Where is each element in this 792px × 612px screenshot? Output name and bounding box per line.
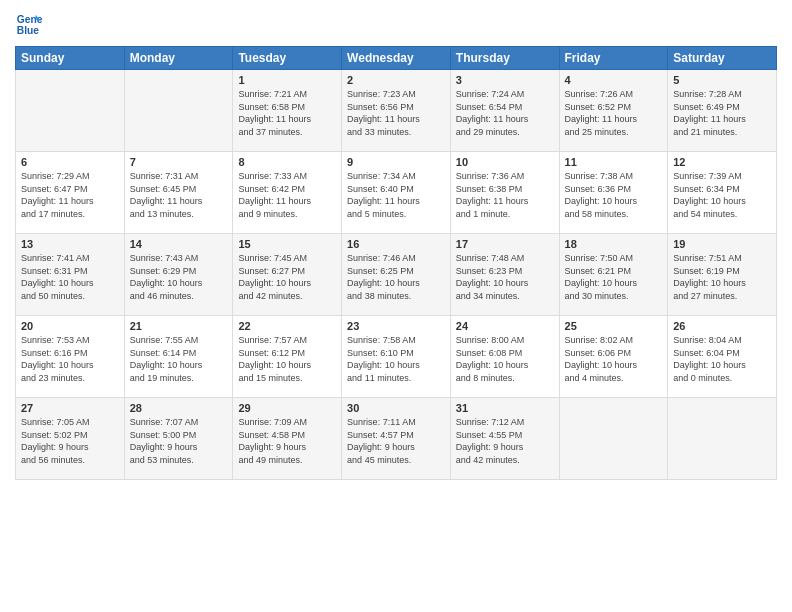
calendar-cell: 8Sunrise: 7:33 AM Sunset: 6:42 PM Daylig… xyxy=(233,152,342,234)
calendar-cell xyxy=(16,70,125,152)
calendar-cell: 28Sunrise: 7:07 AM Sunset: 5:00 PM Dayli… xyxy=(124,398,233,480)
day-info: Sunrise: 7:39 AM Sunset: 6:34 PM Dayligh… xyxy=(673,170,771,220)
day-number: 30 xyxy=(347,402,445,414)
day-info: Sunrise: 7:11 AM Sunset: 4:57 PM Dayligh… xyxy=(347,416,445,466)
day-info: Sunrise: 7:28 AM Sunset: 6:49 PM Dayligh… xyxy=(673,88,771,138)
calendar-cell: 25Sunrise: 8:02 AM Sunset: 6:06 PM Dayli… xyxy=(559,316,668,398)
day-info: Sunrise: 7:41 AM Sunset: 6:31 PM Dayligh… xyxy=(21,252,119,302)
day-info: Sunrise: 7:05 AM Sunset: 5:02 PM Dayligh… xyxy=(21,416,119,466)
day-number: 15 xyxy=(238,238,336,250)
week-row-4: 20Sunrise: 7:53 AM Sunset: 6:16 PM Dayli… xyxy=(16,316,777,398)
day-number: 19 xyxy=(673,238,771,250)
calendar-cell: 9Sunrise: 7:34 AM Sunset: 6:40 PM Daylig… xyxy=(342,152,451,234)
day-number: 2 xyxy=(347,74,445,86)
day-number: 12 xyxy=(673,156,771,168)
calendar-cell: 29Sunrise: 7:09 AM Sunset: 4:58 PM Dayli… xyxy=(233,398,342,480)
day-info: Sunrise: 7:09 AM Sunset: 4:58 PM Dayligh… xyxy=(238,416,336,466)
day-info: Sunrise: 7:21 AM Sunset: 6:58 PM Dayligh… xyxy=(238,88,336,138)
day-number: 23 xyxy=(347,320,445,332)
day-number: 6 xyxy=(21,156,119,168)
day-number: 16 xyxy=(347,238,445,250)
day-info: Sunrise: 7:12 AM Sunset: 4:55 PM Dayligh… xyxy=(456,416,554,466)
calendar-cell: 30Sunrise: 7:11 AM Sunset: 4:57 PM Dayli… xyxy=(342,398,451,480)
calendar-cell: 2Sunrise: 7:23 AM Sunset: 6:56 PM Daylig… xyxy=(342,70,451,152)
day-number: 7 xyxy=(130,156,228,168)
calendar-cell xyxy=(668,398,777,480)
calendar-cell: 5Sunrise: 7:28 AM Sunset: 6:49 PM Daylig… xyxy=(668,70,777,152)
day-number: 10 xyxy=(456,156,554,168)
weekday-header-saturday: Saturday xyxy=(668,47,777,70)
calendar-cell: 10Sunrise: 7:36 AM Sunset: 6:38 PM Dayli… xyxy=(450,152,559,234)
day-info: Sunrise: 7:55 AM Sunset: 6:14 PM Dayligh… xyxy=(130,334,228,384)
calendar-cell: 4Sunrise: 7:26 AM Sunset: 6:52 PM Daylig… xyxy=(559,70,668,152)
weekday-header-friday: Friday xyxy=(559,47,668,70)
calendar-cell: 16Sunrise: 7:46 AM Sunset: 6:25 PM Dayli… xyxy=(342,234,451,316)
day-info: Sunrise: 7:36 AM Sunset: 6:38 PM Dayligh… xyxy=(456,170,554,220)
calendar-cell: 6Sunrise: 7:29 AM Sunset: 6:47 PM Daylig… xyxy=(16,152,125,234)
day-number: 9 xyxy=(347,156,445,168)
weekday-header-tuesday: Tuesday xyxy=(233,47,342,70)
day-number: 21 xyxy=(130,320,228,332)
day-number: 11 xyxy=(565,156,663,168)
calendar-table: SundayMondayTuesdayWednesdayThursdayFrid… xyxy=(15,46,777,480)
day-number: 18 xyxy=(565,238,663,250)
calendar-cell: 22Sunrise: 7:57 AM Sunset: 6:12 PM Dayli… xyxy=(233,316,342,398)
logo-icon: General Blue xyxy=(15,10,43,38)
day-info: Sunrise: 7:48 AM Sunset: 6:23 PM Dayligh… xyxy=(456,252,554,302)
day-number: 13 xyxy=(21,238,119,250)
day-number: 5 xyxy=(673,74,771,86)
weekday-header-wednesday: Wednesday xyxy=(342,47,451,70)
calendar-cell: 27Sunrise: 7:05 AM Sunset: 5:02 PM Dayli… xyxy=(16,398,125,480)
calendar-header: General Blue xyxy=(15,10,777,38)
calendar-cell: 18Sunrise: 7:50 AM Sunset: 6:21 PM Dayli… xyxy=(559,234,668,316)
day-info: Sunrise: 7:31 AM Sunset: 6:45 PM Dayligh… xyxy=(130,170,228,220)
day-info: Sunrise: 7:23 AM Sunset: 6:56 PM Dayligh… xyxy=(347,88,445,138)
svg-text:Blue: Blue xyxy=(17,25,40,36)
day-info: Sunrise: 8:04 AM Sunset: 6:04 PM Dayligh… xyxy=(673,334,771,384)
week-row-3: 13Sunrise: 7:41 AM Sunset: 6:31 PM Dayli… xyxy=(16,234,777,316)
day-info: Sunrise: 7:53 AM Sunset: 6:16 PM Dayligh… xyxy=(21,334,119,384)
day-number: 27 xyxy=(21,402,119,414)
day-number: 22 xyxy=(238,320,336,332)
calendar-cell: 17Sunrise: 7:48 AM Sunset: 6:23 PM Dayli… xyxy=(450,234,559,316)
calendar-cell: 3Sunrise: 7:24 AM Sunset: 6:54 PM Daylig… xyxy=(450,70,559,152)
calendar-cell: 1Sunrise: 7:21 AM Sunset: 6:58 PM Daylig… xyxy=(233,70,342,152)
calendar-cell: 31Sunrise: 7:12 AM Sunset: 4:55 PM Dayli… xyxy=(450,398,559,480)
logo: General Blue xyxy=(15,10,43,38)
day-info: Sunrise: 7:51 AM Sunset: 6:19 PM Dayligh… xyxy=(673,252,771,302)
day-info: Sunrise: 7:43 AM Sunset: 6:29 PM Dayligh… xyxy=(130,252,228,302)
week-row-2: 6Sunrise: 7:29 AM Sunset: 6:47 PM Daylig… xyxy=(16,152,777,234)
week-row-1: 1Sunrise: 7:21 AM Sunset: 6:58 PM Daylig… xyxy=(16,70,777,152)
day-number: 26 xyxy=(673,320,771,332)
week-row-5: 27Sunrise: 7:05 AM Sunset: 5:02 PM Dayli… xyxy=(16,398,777,480)
day-info: Sunrise: 7:46 AM Sunset: 6:25 PM Dayligh… xyxy=(347,252,445,302)
calendar-cell: 23Sunrise: 7:58 AM Sunset: 6:10 PM Dayli… xyxy=(342,316,451,398)
calendar-cell xyxy=(124,70,233,152)
calendar-cell: 12Sunrise: 7:39 AM Sunset: 6:34 PM Dayli… xyxy=(668,152,777,234)
day-number: 4 xyxy=(565,74,663,86)
day-info: Sunrise: 7:58 AM Sunset: 6:10 PM Dayligh… xyxy=(347,334,445,384)
weekday-header-thursday: Thursday xyxy=(450,47,559,70)
weekday-header-monday: Monday xyxy=(124,47,233,70)
day-info: Sunrise: 7:33 AM Sunset: 6:42 PM Dayligh… xyxy=(238,170,336,220)
calendar-cell xyxy=(559,398,668,480)
day-info: Sunrise: 7:38 AM Sunset: 6:36 PM Dayligh… xyxy=(565,170,663,220)
day-number: 31 xyxy=(456,402,554,414)
day-number: 3 xyxy=(456,74,554,86)
day-info: Sunrise: 7:26 AM Sunset: 6:52 PM Dayligh… xyxy=(565,88,663,138)
day-number: 8 xyxy=(238,156,336,168)
day-number: 25 xyxy=(565,320,663,332)
day-number: 17 xyxy=(456,238,554,250)
day-info: Sunrise: 7:24 AM Sunset: 6:54 PM Dayligh… xyxy=(456,88,554,138)
day-info: Sunrise: 7:29 AM Sunset: 6:47 PM Dayligh… xyxy=(21,170,119,220)
calendar-cell: 13Sunrise: 7:41 AM Sunset: 6:31 PM Dayli… xyxy=(16,234,125,316)
day-number: 28 xyxy=(130,402,228,414)
calendar-cell: 7Sunrise: 7:31 AM Sunset: 6:45 PM Daylig… xyxy=(124,152,233,234)
calendar-cell: 26Sunrise: 8:04 AM Sunset: 6:04 PM Dayli… xyxy=(668,316,777,398)
weekday-header-row: SundayMondayTuesdayWednesdayThursdayFrid… xyxy=(16,47,777,70)
day-info: Sunrise: 7:57 AM Sunset: 6:12 PM Dayligh… xyxy=(238,334,336,384)
day-number: 24 xyxy=(456,320,554,332)
day-info: Sunrise: 7:45 AM Sunset: 6:27 PM Dayligh… xyxy=(238,252,336,302)
day-info: Sunrise: 8:00 AM Sunset: 6:08 PM Dayligh… xyxy=(456,334,554,384)
day-number: 29 xyxy=(238,402,336,414)
